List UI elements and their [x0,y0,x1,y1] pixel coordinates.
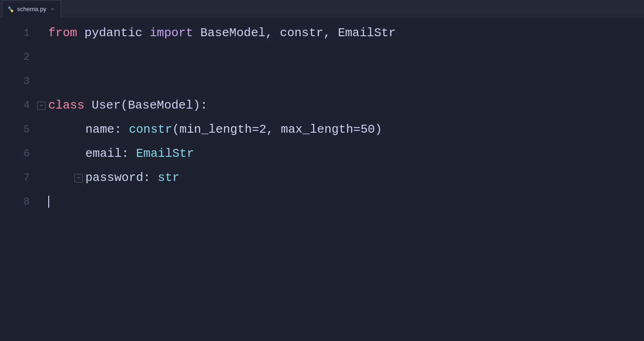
svg-rect-3 [12,10,12,11]
line-number-1: 1 [9,21,30,45]
fold-indicator-4[interactable]: − [37,102,45,110]
fold-indicator-7[interactable]: − [74,174,83,182]
code-line-2 [37,45,644,70]
code-line-6: email: EmailStr [37,142,644,166]
code-line-1: from pydantic import BaseModel, constr, … [37,21,644,45]
line-numbers: 1 2 3 4 5 6 7 8 [0,18,37,341]
class-declaration: User(BaseModel): [84,96,207,116]
fold-placeholder-6 [74,150,83,158]
file-tab[interactable]: schema.py × [2,0,61,18]
fold-placeholder-1 [37,29,45,38]
text-cursor [48,193,49,212]
keyword-class: class [48,96,84,116]
line-number-2: 2 [9,45,30,70]
fold-placeholder-2 [37,53,45,62]
line-number-4: 4 [9,94,30,118]
line-number-8: 8 [9,190,30,214]
line-number-3: 3 [9,70,30,94]
keyword-import: import [149,24,193,43]
keyword-from: from [48,24,77,43]
svg-rect-2 [9,7,10,7]
python-file-icon [7,6,14,13]
field-name-1: name: [85,120,129,140]
line-number-7: 7 [9,166,30,190]
field-name-2: email: [85,144,136,164]
editor-body: 1 2 3 4 5 6 7 8 from pydantic import Bas… [0,18,644,341]
type-emailstr: EmailStr [136,144,194,164]
type-str: str [158,168,180,188]
tab-bar: schema.py × [0,0,644,18]
code-line-4: − class User(BaseModel): [37,94,644,118]
code-line-3 [37,70,644,94]
code-area[interactable]: from pydantic import BaseModel, constr, … [37,18,644,341]
module-name: pydantic [77,24,149,43]
import-names: BaseModel, constr, EmailStr [193,24,396,43]
fold-placeholder-3 [37,77,45,86]
tab-close-button[interactable]: × [51,6,54,13]
code-line-7: − password: str [37,166,644,190]
fold-placeholder-5 [74,126,83,134]
code-line-5: name: constr (min_length=2, max_length=5… [37,118,644,142]
line-number-6: 6 [9,142,30,166]
editor-window: schema.py × 1 2 3 4 5 6 7 8 from pydanti… [0,0,644,341]
fold-placeholder-8 [37,198,45,206]
constr-args: (min_length=2, max_length=50) [172,120,382,140]
tab-filename: schema.py [17,6,46,13]
type-constr: constr [129,120,173,140]
line-number-5: 5 [9,118,30,142]
field-name-3: password: [85,168,158,188]
code-line-8 [37,190,644,214]
